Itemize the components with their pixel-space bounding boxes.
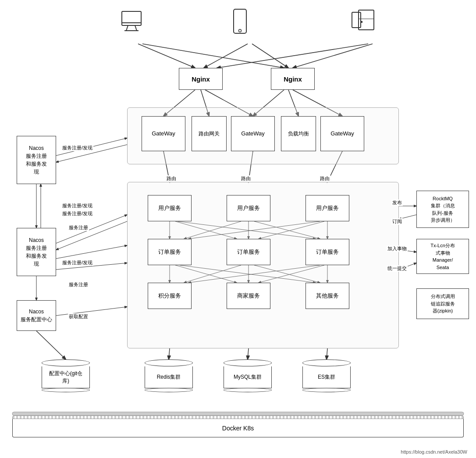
- desktop-client: [118, 8, 145, 35]
- label-route-2: 路由: [240, 175, 252, 182]
- nginx-box-2: Nginx: [271, 68, 315, 90]
- svg-line-45: [248, 348, 249, 359]
- footer-url: https://blog.csdn.net/Axela30W: [401, 449, 467, 454]
- user-service-1: 用户服务: [148, 195, 192, 221]
- order-service-2: 订单服务: [227, 239, 270, 265]
- svg-line-44: [169, 348, 170, 359]
- svg-rect-62: [361, 21, 362, 23]
- label-nacos2-reg2: 服务注册/发现: [61, 210, 93, 217]
- diagram-container: Nginx Nginx GateWay 路由网关 GateWay 负载均衡 Ga…: [0, 0, 476, 458]
- svg-line-3: [252, 44, 288, 68]
- label-subscribe: 订阅: [391, 218, 403, 225]
- svg-line-38: [56, 221, 127, 250]
- svg-line-39: [56, 245, 127, 259]
- nacos-box-2: Nacos服务注册和服务发现: [17, 228, 56, 276]
- svg-line-43: [36, 331, 66, 359]
- svg-line-54: [135, 25, 137, 31]
- svg-line-0: [138, 44, 195, 68]
- svg-line-53: [126, 25, 128, 31]
- routing-label: 路由网关: [192, 116, 227, 151]
- gateway-box-3: GateWay: [320, 116, 364, 151]
- order-service-3: 订单服务: [305, 239, 349, 265]
- mobile-client: [232, 8, 248, 37]
- svg-line-5: [293, 44, 373, 68]
- label-publish: 发布: [391, 199, 403, 206]
- svg-line-46: [327, 348, 327, 359]
- gateway-box-2: GateWay: [231, 116, 275, 151]
- svg-rect-51: [12, 412, 464, 415]
- docker-bar: Docker K8s: [12, 415, 464, 437]
- svg-line-4: [217, 44, 368, 68]
- svg-line-2: [204, 44, 248, 68]
- nginx-box-1: Nginx: [179, 68, 223, 90]
- svg-point-58: [239, 29, 242, 32]
- label-nacos2-reg3: 服务注册: [68, 224, 89, 231]
- user-service-3: 用户服务: [305, 195, 349, 221]
- label-nacos2-reg1: 服务注册/发现: [61, 202, 93, 209]
- svg-rect-52: [122, 11, 141, 25]
- db-es: ES集群: [302, 359, 351, 392]
- svg-rect-60: [352, 12, 361, 28]
- label-route-1: 路由: [166, 175, 177, 182]
- label-nacos2-reg5: 服务注册: [68, 281, 89, 288]
- svg-line-42: [56, 307, 127, 316]
- label-nacos2-reg4: 服务注册/发现: [61, 259, 93, 266]
- other-service: 其他服务: [305, 283, 349, 309]
- txlcn-box: Tx-Lcn分布式事物Manager/Seata: [416, 239, 469, 274]
- label-nacos1-reg1: 服务注册/发现: [61, 145, 93, 151]
- label-nacos3-config: 获取配置: [68, 313, 89, 320]
- order-service-1: 订单服务: [148, 239, 192, 265]
- nacos-box-1: Nacos服务注册和服务发现: [17, 136, 56, 184]
- user-service-2: 用户服务: [227, 195, 270, 221]
- nacos-box-3: Nacos服务配置中心: [17, 300, 56, 331]
- rocketmq-box: RocktMQ集群（消息队列-服务异步调用）: [416, 191, 469, 228]
- db-gitconfig: 配置中心(git仓库): [42, 359, 90, 392]
- zipkin-box: 分布式调用链追踪服务器(zipkin): [416, 288, 469, 319]
- label-route-3: 路由: [319, 175, 330, 182]
- svg-line-1: [142, 44, 284, 68]
- label-commit: 统一提交: [387, 265, 408, 272]
- db-mysql: MySQL集群: [224, 359, 272, 392]
- svg-line-37: [56, 215, 127, 243]
- points-service: 积分服务: [148, 283, 192, 309]
- server-client: [350, 8, 380, 37]
- db-redis: Redis集群: [145, 359, 193, 392]
- lb-label: 负载均衡: [281, 116, 316, 151]
- gateway-box-1: GateWay: [142, 116, 185, 151]
- merchant-service: 商家服务: [227, 283, 270, 309]
- label-join-tx: 加入事物: [387, 245, 408, 252]
